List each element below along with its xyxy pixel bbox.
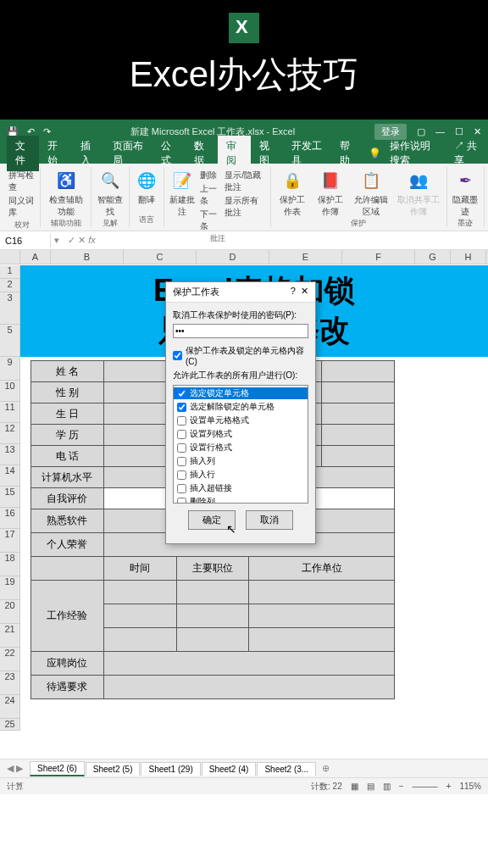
tab-file[interactable]: 文件 xyxy=(7,136,39,171)
tab-help[interactable]: 帮助 xyxy=(331,136,363,171)
new-comment-icon[interactable]: 📝 xyxy=(170,169,194,192)
tab-formula[interactable]: 公式 xyxy=(152,136,185,171)
tell-me[interactable]: 操作说明搜索 xyxy=(381,136,445,171)
unshare-icon: 👥 xyxy=(407,169,430,192)
dialog-title: 保护工作表 xyxy=(173,286,219,298)
cursor-icon: ↖ xyxy=(226,522,236,536)
video-header: Excel办公技巧 xyxy=(0,0,488,120)
protect-sheet-icon[interactable]: 🔒 xyxy=(280,169,304,192)
ok-button[interactable]: 确定↖ xyxy=(188,510,236,530)
sheet-tab[interactable]: Sheet1 (29) xyxy=(141,762,200,776)
accessibility-icon[interactable]: ♿ xyxy=(54,169,78,192)
group-lang-label: 语言 xyxy=(135,214,158,225)
fx-icon[interactable]: ✓ ✕ fx xyxy=(63,235,101,246)
zoom-in-icon[interactable]: + xyxy=(446,782,452,791)
name-box[interactable]: C16 xyxy=(0,234,51,248)
permissions-listbox[interactable]: 选定锁定单元格 选定解除锁定的单元格 设置单元格格式 设置列格式 设置行格式 插… xyxy=(173,385,308,504)
sheet-tab[interactable]: Sheet2 (4) xyxy=(202,762,257,776)
group-comments-label: 批注 xyxy=(169,233,266,244)
group-acc-label: 辅助功能 xyxy=(46,218,86,229)
protect-content-checkbox[interactable] xyxy=(173,351,182,360)
view-normal-icon[interactable]: ▦ xyxy=(351,782,358,791)
tab-home[interactable]: 开始 xyxy=(39,136,71,171)
status-bar: 计算 计数: 22 ▦ ▤ ▥ − ——— + 115% xyxy=(0,777,488,794)
tab-insert[interactable]: 插入 xyxy=(72,136,104,171)
view-layout-icon[interactable]: ▤ xyxy=(367,782,374,791)
status-mode: 计算 xyxy=(7,781,24,793)
ribbon: 拼写检查同义词库 校对 ♿检查辅助功能 辅助功能 🔍智能查找 见解 🌐翻译 语言… xyxy=(0,164,488,231)
ribbon-tabs: 文件 开始 插入 页面布局 公式 数据 审阅 视图 开发工具 帮助 💡 操作说明… xyxy=(0,143,488,164)
group-insights-label: 见解 xyxy=(97,218,123,229)
allow-edit-icon[interactable]: 📋 xyxy=(359,169,383,192)
smart-lookup-icon[interactable]: 🔍 xyxy=(98,169,122,192)
video-title: Excel办公技巧 xyxy=(0,51,488,98)
zoom-level[interactable]: 115% xyxy=(459,782,481,791)
add-sheet-icon[interactable]: ⊕ xyxy=(322,763,330,774)
protect-workbook-icon[interactable]: 📕 xyxy=(319,169,342,192)
view-pagebreak-icon[interactable]: ▥ xyxy=(383,782,391,791)
dialog-close-icon[interactable]: ✕ xyxy=(301,286,308,296)
allow-label: 允许此工作表的所有用户进行(O): xyxy=(173,370,308,381)
group-proof-label: 校对 xyxy=(8,220,35,231)
zoom-out-icon[interactable]: − xyxy=(399,782,404,791)
tab-dev[interactable]: 开发工具 xyxy=(283,136,331,171)
column-headers: A B C D E F G H xyxy=(0,250,488,264)
sheet-tab[interactable]: Sheet2 (6) xyxy=(30,761,85,776)
row-headers: 1 2 3 5 9 10 11 12 13 14 15 16 17 18 19 … xyxy=(0,265,20,731)
namebox-dropdown-icon[interactable]: ▾ xyxy=(51,235,63,246)
password-input[interactable] xyxy=(173,324,308,338)
document-title: 新建 Microsoft Excel 工作表.xlsx - Excel xyxy=(51,125,374,138)
spellcheck-button[interactable]: 拼写检查 xyxy=(8,169,35,194)
protect-sheet-dialog: 保护工作表 ? ✕ 取消工作表保护时使用的密码(P): 保护工作表及锁定的单元格… xyxy=(165,281,316,544)
tab-layout[interactable]: 页面布局 xyxy=(104,136,152,171)
sheet-tab[interactable]: Sheet2 (5) xyxy=(86,762,141,776)
excel-logo-icon xyxy=(229,13,259,43)
thesaurus-button[interactable]: 同义词库 xyxy=(8,194,35,220)
tab-data[interactable]: 数据 xyxy=(186,136,218,171)
group-protect-label: 保护 xyxy=(276,218,441,229)
sheet-nav-icon[interactable]: ◀ ▶ xyxy=(7,763,23,774)
password-label: 取消工作表保护时使用的密码(P): xyxy=(173,309,308,321)
share-button[interactable]: ↗ 共享 xyxy=(446,136,488,171)
group-ink-label: 墨迹 xyxy=(452,218,479,229)
sheet-tabs: ◀ ▶ Sheet2 (6) Sheet2 (5) Sheet1 (29) Sh… xyxy=(0,759,488,777)
tab-review[interactable]: 审阅 xyxy=(218,136,250,171)
dialog-help-icon[interactable]: ? xyxy=(291,286,296,296)
ink-icon[interactable]: ✒ xyxy=(453,169,477,192)
sheet-tab[interactable]: Sheet2 (3... xyxy=(257,762,316,776)
status-count: 计数: 22 xyxy=(311,781,342,793)
translate-icon[interactable]: 🌐 xyxy=(135,169,158,192)
tab-view[interactable]: 视图 xyxy=(251,136,283,171)
cancel-button[interactable]: 取消 xyxy=(246,510,293,530)
